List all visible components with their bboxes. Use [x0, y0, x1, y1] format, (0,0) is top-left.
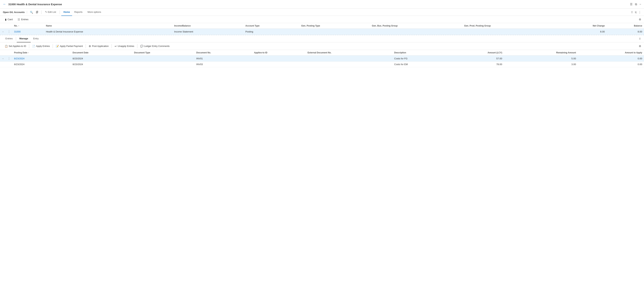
- bookmark-icon[interactable]: ☰: [630, 2, 632, 6]
- lower-col-posting-date-header[interactable]: Posting Date ↑: [12, 50, 71, 56]
- row-context-menu-icon[interactable]: ⋮: [8, 30, 10, 33]
- lower-row1-posting-date-cell[interactable]: 8/23/2024: [12, 56, 71, 62]
- entries-tab-right: ⇧: [639, 37, 641, 40]
- lower-row1-applies-to-id-cell: [252, 56, 306, 62]
- tab-manage[interactable]: Manage: [17, 35, 30, 42]
- set-applies-label: Set Applies-to ID: [9, 45, 26, 48]
- col-gen-prod-posting-group-header[interactable]: Gen. Prod. Posting Group: [462, 23, 558, 29]
- lower-row1-context-menu-icon[interactable]: ⋮: [8, 57, 10, 60]
- lower-col-document-type-header[interactable]: Document Type: [132, 50, 194, 56]
- lower-col-document-date-header[interactable]: Document Date: [71, 50, 132, 56]
- lower-col-dots-header: [6, 50, 12, 56]
- lower-row2-arrow-cell: [0, 62, 6, 67]
- apply-entries-icon: 📄: [32, 45, 35, 48]
- col-balance-header[interactable]: Balance: [606, 23, 644, 29]
- tab-separator: [16, 37, 16, 40]
- columns-icon[interactable]: ⋮: [638, 11, 641, 14]
- lower-col-amount-lcy-header[interactable]: Amount (LCY): [446, 50, 504, 56]
- entries-section: Entries Manage Entry ⇧ 📋 Set Applies-to …: [0, 35, 644, 67]
- nav-tab-reports[interactable]: Reports: [72, 9, 85, 16]
- set-applies-to-id-button[interactable]: 📋 Set Applies-to ID: [3, 44, 28, 48]
- unapply-entries-button[interactable]: ↩ Unapply Entries: [113, 44, 136, 48]
- nav-search-icon[interactable]: 🔍: [28, 11, 34, 14]
- lower-row2-document-no-cell: INV03: [194, 62, 252, 67]
- col-gen-posting-type-header[interactable]: Gen. Posting Type: [300, 23, 370, 29]
- minimize-icon[interactable]: −: [640, 3, 641, 6]
- lower-row2-amount-to-apply-cell: 0.00: [578, 62, 644, 67]
- lower-row1-remaining-amount-cell: 5.00: [504, 56, 578, 62]
- card-icon: ▮: [5, 18, 6, 21]
- lower-row2-remaining-amount-cell: 3.00: [504, 62, 578, 67]
- row-dots-cell[interactable]: ⋮: [6, 29, 12, 35]
- card-button[interactable]: ▮ Card: [3, 17, 15, 22]
- row-no-cell[interactable]: 31000: [12, 29, 44, 35]
- lower-row1-amount-lcy-cell: 57.00: [446, 56, 504, 62]
- lower-col-applies-to-id-header[interactable]: Applies-to ID: [252, 50, 306, 56]
- set-applies-icon: 📋: [5, 45, 8, 48]
- lower-row1-amount-to-apply-cell: 0.00: [578, 56, 644, 62]
- tab-entries[interactable]: Entries: [3, 35, 15, 42]
- entries-tabs-bar: Entries Manage Entry ⇧: [0, 35, 644, 42]
- lower-col-description-header[interactable]: Description: [392, 50, 447, 56]
- entries-export-icon[interactable]: ⇧: [639, 37, 641, 40]
- nav-more-options[interactable]: More options: [86, 9, 103, 16]
- ledger-entry-comments-button[interactable]: 💬 Ledger Entry Comments: [138, 44, 172, 48]
- lower-col-document-no-header[interactable]: Document No.: [194, 50, 252, 56]
- apply-entries-button[interactable]: 📄 Apply Entries: [30, 44, 52, 48]
- entries-settings-icon[interactable]: ⚙: [639, 44, 641, 48]
- lower-row1-description-cell: Costs for FG: [392, 56, 447, 62]
- page-title: 31000 Health & Dental Insurance Expense: [8, 3, 62, 6]
- unapply-entries-icon: ↩: [115, 45, 117, 48]
- nav-section-label: Open G/L Accounts: [3, 11, 27, 14]
- lower-col-amount-to-apply-header[interactable]: Amount to Apply: [578, 50, 644, 56]
- row-name-cell: Health & Dental Insurance Expense: [44, 29, 172, 35]
- nav-right-icons: ⇧ ⎗ ⋮: [631, 11, 641, 14]
- upper-table-area: No. ↑ Name Income/Balance Account Type G…: [0, 23, 644, 35]
- lower-row2-amount-lcy-cell: 78.00: [446, 62, 504, 67]
- tab-entry[interactable]: Entry: [31, 35, 41, 42]
- lower-row1-arrow-cell: →: [0, 56, 6, 62]
- col-net-change-header[interactable]: Net Change: [557, 23, 606, 29]
- nav-separator: [41, 10, 42, 14]
- lower-table-row[interactable]: 8/23/2024 8/23/2024 INV03 Costs for EM 7…: [0, 62, 644, 67]
- col-account-type-header[interactable]: Account Type: [244, 23, 300, 29]
- lower-row1-dots-cell[interactable]: ⋮: [6, 56, 12, 62]
- entries-button[interactable]: ☷ Entries: [16, 17, 30, 22]
- lower-table-row[interactable]: → ⋮ 8/23/2024 8/23/2024 INV01 Costs for …: [0, 56, 644, 62]
- lower-row1-posting-date-link[interactable]: 8/23/2024: [14, 57, 24, 60]
- col-no-header[interactable]: No. ↑: [12, 23, 44, 29]
- lower-col-remaining-amount-header[interactable]: Remaining Amount: [504, 50, 578, 56]
- upper-table-row[interactable]: → ⋮ 31000 Health & Dental Insurance Expe…: [0, 29, 644, 35]
- apply-partial-payment-button[interactable]: 📝 Apply Partial Payment: [54, 44, 84, 48]
- share-icon[interactable]: ⇧: [631, 11, 633, 14]
- col-income-balance-header[interactable]: Income/Balance: [172, 23, 244, 29]
- nav-tab-home[interactable]: Home: [61, 9, 72, 16]
- entries-action-right: ⚙: [639, 44, 641, 48]
- row-no-link[interactable]: 31000: [14, 30, 20, 33]
- apply-partial-icon: 📝: [56, 45, 59, 48]
- lower-row2-applies-to-id-cell: [252, 62, 306, 67]
- post-application-label: Post Application: [92, 45, 109, 48]
- open-new-icon[interactable]: ⧉: [635, 3, 637, 6]
- col-name-header[interactable]: Name: [44, 23, 172, 29]
- settings-icon[interactable]: ⚙: [639, 18, 641, 21]
- lower-row2-dots-cell[interactable]: [6, 62, 12, 67]
- lower-row2-posting-date-cell: 8/23/2024: [12, 62, 71, 67]
- lower-row1-document-date-cell: 8/23/2024: [71, 56, 132, 62]
- nav-edit-list-btn[interactable]: ✎ Edit List: [43, 9, 58, 16]
- col-row-arrow-header: [0, 23, 6, 29]
- lower-data-table: Posting Date ↑ Document Date Document Ty…: [0, 50, 644, 67]
- filter-icon[interactable]: ⎗: [635, 11, 636, 14]
- lower-col-external-doc-no-header[interactable]: External Document No.: [306, 50, 392, 56]
- lower-row2-external-doc-no-cell: [306, 62, 392, 67]
- post-application-button[interactable]: ⚙ Post Application: [87, 44, 110, 48]
- back-button[interactable]: ←: [3, 2, 6, 6]
- nav-copy-icon[interactable]: 🗐: [34, 11, 40, 14]
- col-gen-bus-posting-group-header[interactable]: Gen. Bus. Posting Group: [370, 23, 462, 29]
- nav-menu: Home Reports More options: [61, 9, 103, 16]
- ledger-comments-icon: 💬: [140, 45, 143, 48]
- lower-table-header-row: Posting Date ↑ Document Date Document Ty…: [0, 50, 644, 56]
- card-label: Card: [8, 18, 12, 21]
- entries-action-sep-1: [29, 44, 29, 48]
- edit-list-icon: ✎: [45, 11, 47, 13]
